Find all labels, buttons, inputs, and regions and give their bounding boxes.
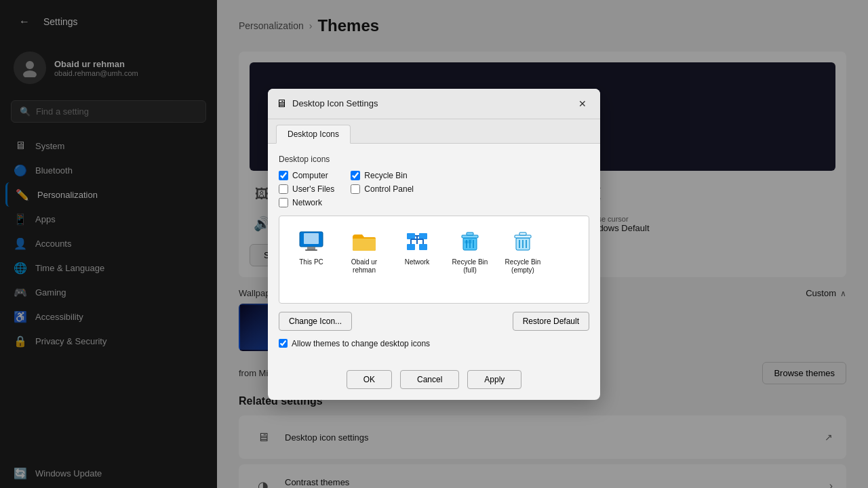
desktop-icon-user-folder[interactable]: Obaid ur rehman [340, 224, 388, 295]
desktop-icon-settings-modal: 🖥 Desktop Icon Settings ✕ Desktop Icons … [268, 89, 600, 400]
checkbox-control-panel[interactable]: Control Panel [351, 184, 414, 194]
svg-rect-25 [515, 235, 531, 238]
checkbox-computer[interactable]: Computer [279, 171, 334, 180]
network-checkbox[interactable] [279, 198, 288, 207]
svg-rect-8 [407, 244, 415, 250]
modal-title: Desktop Icon Settings [292, 98, 378, 108]
this-pc-label: This PC [299, 258, 323, 266]
allow-themes-row: Allow themes to change desktop icons [279, 339, 589, 348]
modal-close-button[interactable]: ✕ [573, 94, 592, 113]
svg-rect-6 [407, 233, 415, 239]
svg-rect-26 [519, 232, 526, 235]
tab-desktop-icons[interactable]: Desktop Icons [276, 125, 351, 144]
checkbox-network[interactable]: Network [279, 198, 334, 207]
recycle-bin-checkbox[interactable] [351, 171, 360, 180]
allow-themes-label[interactable]: Allow themes to change desktop icons [292, 339, 430, 348]
svg-rect-17 [462, 235, 478, 238]
svg-rect-7 [419, 233, 427, 239]
svg-rect-4 [307, 247, 315, 249]
network-label: Network [405, 258, 430, 266]
desktop-icon-this-pc[interactable]: This PC [288, 224, 335, 295]
restore-default-button[interactable]: Restore Default [513, 312, 589, 331]
allow-themes-checkbox[interactable] [279, 339, 288, 348]
svg-rect-5 [305, 249, 317, 251]
svg-rect-9 [419, 244, 427, 250]
computer-label: Computer [292, 171, 328, 180]
network-icon [403, 228, 431, 256]
svg-rect-23 [469, 239, 472, 243]
computer-checkbox[interactable] [279, 171, 288, 180]
modal-icon: 🖥 [276, 98, 287, 110]
checkbox-col-right: Recycle Bin Control Panel [351, 171, 414, 207]
recycle-bin-label: Recycle Bin [364, 171, 407, 180]
desktop-icon-network[interactable]: Network [393, 224, 441, 295]
svg-rect-22 [465, 241, 469, 243]
users-files-label: User's Files [292, 184, 334, 194]
modal-title-row: 🖥 Desktop Icon Settings [276, 98, 378, 110]
checkboxes-row: Computer User's Files Network Recycle Bi… [279, 171, 589, 207]
user-folder-icon [351, 228, 378, 256]
recycle-bin-empty-icon [509, 228, 536, 256]
change-icon-button[interactable]: Change Icon... [279, 312, 352, 331]
desktop-icon-recycle-empty[interactable]: Recycle Bin (empty) [499, 224, 547, 295]
svg-rect-3 [304, 233, 319, 244]
control-panel-label: Control Panel [364, 184, 414, 194]
checkbox-recycle-bin[interactable]: Recycle Bin [351, 171, 414, 180]
desktop-icon-recycle-full[interactable]: Recycle Bin (full) [446, 224, 494, 295]
this-pc-icon [298, 228, 325, 256]
modal-footer: OK Cancel Apply [268, 370, 600, 400]
users-files-checkbox[interactable] [279, 184, 288, 194]
apply-button[interactable]: Apply [467, 370, 521, 389]
recycle-bin-full-icon [456, 228, 484, 256]
control-panel-checkbox[interactable] [351, 184, 360, 194]
cancel-button[interactable]: Cancel [400, 370, 459, 389]
desktop-icons-label: Desktop icons [279, 155, 589, 164]
icons-grid: This PC Obaid ur rehman [279, 216, 589, 304]
modal-overlay: 🖥 Desktop Icon Settings ✕ Desktop Icons … [0, 0, 868, 488]
modal-body: Desktop icons Computer User's Files Netw… [268, 144, 600, 370]
recycle-bin-empty-label: Recycle Bin (empty) [503, 258, 542, 274]
modal-bottom-row: Change Icon... Restore Default [279, 312, 589, 331]
checkbox-users-files[interactable]: User's Files [279, 184, 334, 194]
modal-tabs: Desktop Icons [268, 119, 600, 144]
checkbox-col-left: Computer User's Files Network [279, 171, 334, 207]
svg-rect-18 [467, 232, 473, 235]
ok-button[interactable]: OK [347, 370, 392, 389]
user-folder-label: Obaid ur rehman [344, 258, 384, 274]
modal-titlebar: 🖥 Desktop Icon Settings ✕ [268, 89, 600, 119]
network-label: Network [292, 198, 322, 207]
recycle-bin-full-label: Recycle Bin (full) [450, 258, 490, 274]
